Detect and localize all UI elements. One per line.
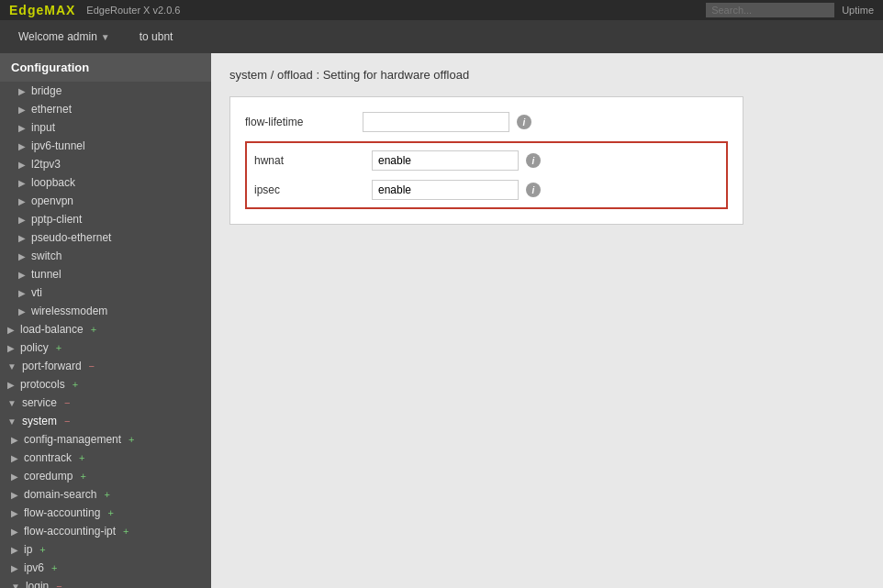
sidebar-item-openvpn[interactable]: ▶ openvpn (0, 192, 211, 210)
sidebar-item-label: ip (24, 543, 32, 556)
welcome-menu[interactable]: Welcome admin ▼ (11, 27, 117, 47)
arrow-icon: ▶ (11, 563, 18, 573)
sidebar-item-label: pptp-client (31, 213, 82, 226)
content-area: system / offload : Setting for hardware … (211, 53, 883, 588)
sidebar-item-label: config-management (24, 433, 121, 446)
sidebar-item-input[interactable]: ▶ input (0, 118, 211, 137)
arrow-icon: ▼ (7, 416, 17, 427)
hwnat-row: hwnat i (254, 150, 719, 171)
search-input[interactable] (706, 3, 834, 17)
sidebar-item-label: flow-accounting (24, 506, 100, 519)
arrow-icon: ▶ (11, 527, 18, 537)
sidebar-item-switch[interactable]: ▶ switch (0, 247, 211, 265)
ipsec-info-icon[interactable]: i (526, 183, 541, 197)
flow-lifetime-info-icon[interactable]: i (517, 115, 531, 129)
sidebar-item-ethernet[interactable]: ▶ ethernet (0, 100, 211, 118)
sidebar-item-load-balance[interactable]: ▶ load-balance + (0, 320, 211, 338)
plus-icon: + (73, 379, 78, 390)
flow-lifetime-label: flow-lifetime (245, 116, 355, 128)
minus-icon: − (89, 361, 95, 372)
sidebar-item-label: port-forward (22, 360, 82, 372)
ipsec-input[interactable] (372, 180, 519, 200)
arrow-icon: ▶ (11, 453, 18, 463)
sidebar-item-flow-accounting-ipt[interactable]: ▶ flow-accounting-ipt + (0, 522, 211, 540)
arrow-icon: ▶ (11, 490, 18, 500)
plus-icon: + (123, 526, 129, 537)
plus-icon: + (129, 434, 134, 445)
sidebar-item-l2tpv3[interactable]: ▶ l2tpv3 (0, 155, 211, 173)
sidebar-item-ip[interactable]: ▶ ip + (0, 540, 211, 559)
breadcrumb: system / offload : Setting for hardware … (229, 68, 865, 82)
ipsec-row: ipsec i (254, 180, 719, 200)
arrow-icon: ▶ (7, 325, 15, 335)
sidebar-item-tunnel[interactable]: ▶ tunnel (0, 265, 211, 283)
sidebar-header: Configuration (0, 53, 211, 82)
hwnat-info-icon[interactable]: i (526, 153, 541, 168)
plus-icon: + (107, 507, 113, 518)
sidebar-item-label: wirelessmodem (31, 305, 107, 317)
arrow-icon: ▶ (18, 141, 26, 151)
sidebar-item-label: ipv6 (24, 561, 44, 574)
form-area: flow-lifetime i hwnat i ipsec i (229, 96, 743, 225)
sidebar-item-login[interactable]: ▼ login − (0, 577, 211, 588)
plus-icon: + (80, 471, 85, 482)
arrow-icon: ▶ (11, 435, 18, 445)
sidebar-item-wirelessmodem[interactable]: ▶ wirelessmodem (0, 302, 211, 320)
plus-icon: + (39, 544, 45, 555)
sidebar-item-loopback[interactable]: ▶ loopback (0, 173, 211, 192)
to-ubnt-link[interactable]: to ubnt (132, 27, 181, 47)
arrow-icon: ▶ (18, 215, 26, 225)
arrow-icon: ▶ (7, 380, 15, 390)
sidebar-item-vti[interactable]: ▶ vti (0, 283, 211, 302)
sidebar-item-label: policy (20, 341, 49, 354)
arrow-icon: ▶ (18, 160, 26, 170)
arrow-icon: ▶ (7, 343, 15, 353)
sidebar-item-conntrack[interactable]: ▶ conntrack + (0, 449, 211, 467)
minus-icon: − (64, 397, 70, 408)
sidebar-item-policy[interactable]: ▶ policy + (0, 338, 211, 357)
sidebar-item-coredump[interactable]: ▶ coredump + (0, 467, 211, 485)
sidebar-item-system[interactable]: ▼ system − (0, 412, 211, 430)
sidebar-item-pseudo-ethernet[interactable]: ▶ pseudo-ethernet (0, 228, 211, 247)
uptime-label: Uptime (842, 5, 874, 16)
sidebar-item-ipv6[interactable]: ▶ ipv6 + (0, 559, 211, 577)
arrow-icon: ▶ (18, 86, 26, 96)
plus-icon: + (79, 452, 84, 463)
flow-lifetime-row: flow-lifetime i (245, 112, 728, 132)
highlighted-offload-section: hwnat i ipsec i (245, 141, 728, 209)
main-layout: Configuration ▶ bridge ▶ ethernet ▶ inpu… (0, 53, 883, 588)
logo: EdgeMAX (9, 3, 75, 17)
ipsec-label: ipsec (254, 183, 364, 196)
arrow-icon: ▶ (18, 233, 26, 243)
sidebar-item-ipv6-tunnel[interactable]: ▶ ipv6-tunnel (0, 137, 211, 155)
sidebar-item-service[interactable]: ▼ service − (0, 394, 211, 412)
sidebar-item-port-forward[interactable]: ▼ port-forward − (0, 357, 211, 375)
sidebar-item-label: domain-search (24, 488, 96, 501)
sidebar-item-label: bridge (31, 84, 61, 97)
flow-lifetime-input[interactable] (363, 112, 509, 132)
sidebar-item-domain-search[interactable]: ▶ domain-search + (0, 485, 211, 504)
hwnat-label: hwnat (254, 154, 364, 167)
sidebar-item-config-management[interactable]: ▶ config-management + (0, 430, 211, 449)
plus-icon: + (104, 489, 109, 500)
arrow-icon: ▶ (18, 270, 26, 280)
sidebar-item-label: service (22, 396, 57, 409)
arrow-icon: ▶ (18, 306, 26, 316)
minus-icon: − (64, 416, 70, 427)
topbar-left: EdgeMAX EdgeRouter X v2.0.6 (9, 3, 180, 17)
sidebar-item-protocols[interactable]: ▶ protocols + (0, 375, 211, 394)
hwnat-input[interactable] (372, 150, 519, 171)
sidebar-item-flow-accounting[interactable]: ▶ flow-accounting + (0, 504, 211, 522)
arrow-icon: ▶ (11, 472, 18, 482)
sidebar: Configuration ▶ bridge ▶ ethernet ▶ inpu… (0, 53, 211, 588)
sidebar-item-label: loopback (31, 176, 75, 189)
navbar: Welcome admin ▼ to ubnt (0, 20, 883, 53)
sidebar-item-label: protocols (20, 378, 65, 391)
sidebar-item-pptp-client[interactable]: ▶ pptp-client (0, 210, 211, 228)
arrow-icon: ▶ (11, 508, 18, 518)
sidebar-item-bridge[interactable]: ▶ bridge (0, 82, 211, 100)
arrow-icon: ▼ (7, 398, 17, 408)
arrow-icon: ▼ (7, 361, 17, 372)
welcome-label: Welcome admin (18, 30, 97, 43)
minus-icon: − (56, 581, 61, 588)
